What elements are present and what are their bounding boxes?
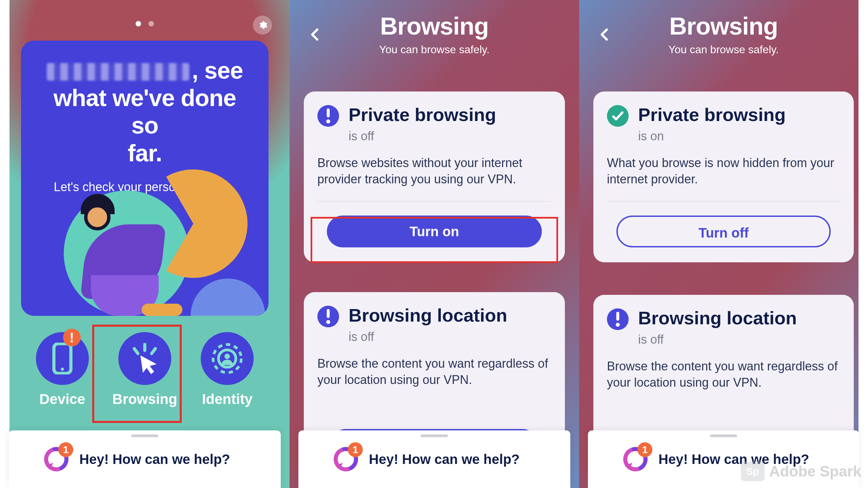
- turn-off-button[interactable]: Turn off: [616, 216, 831, 247]
- svg-point-9: [326, 119, 330, 123]
- page-dot: [136, 21, 141, 26]
- chat-icon: 1: [44, 447, 68, 471]
- settings-button[interactable]: [253, 16, 272, 35]
- page-dot: [149, 21, 154, 26]
- svg-point-13: [616, 323, 620, 327]
- nav-label: Identity: [186, 391, 269, 407]
- page-subtitle: You can browse safely.: [579, 43, 868, 56]
- svg-rect-10: [327, 309, 330, 318]
- card-status: is off: [638, 332, 797, 347]
- card-title: Browsing location: [638, 308, 797, 328]
- annotation-highlight: [311, 217, 558, 263]
- notification-badge: 1: [637, 442, 652, 457]
- hero-text: far.: [127, 140, 162, 166]
- nav-device[interactable]: ! Device: [21, 332, 103, 407]
- svg-point-7: [224, 354, 230, 359]
- svg-point-11: [326, 320, 330, 324]
- watermark-text: Adobe Spark: [769, 463, 861, 480]
- card-status: is off: [349, 129, 496, 143]
- gear-icon: [257, 20, 268, 30]
- hero-heading: , see what we've done so far.: [37, 57, 252, 167]
- drag-handle-icon[interactable]: [421, 434, 448, 437]
- chat-icon: 1: [623, 447, 648, 471]
- card-title: Browsing location: [349, 306, 507, 325]
- page-title: Browsing: [579, 12, 868, 40]
- help-chat-bar[interactable]: 1 Hey! How can we help?: [298, 430, 570, 488]
- card-title: Private browsing: [638, 105, 786, 124]
- hero-text: , see: [192, 57, 243, 84]
- chat-prompt: Hey! How can we help?: [369, 452, 520, 467]
- nav-label: Device: [21, 391, 103, 407]
- browsing-location-card: Browsing location is off Browse the cont…: [593, 295, 854, 444]
- hero-illustration: [40, 201, 257, 316]
- page-subtitle: You can browse safely.: [290, 43, 579, 56]
- alert-icon: [317, 306, 339, 327]
- chat-icon: 1: [334, 447, 358, 471]
- page-header: Browsing You can browse safely.: [579, 12, 868, 56]
- svg-rect-12: [616, 312, 619, 321]
- page-header: Browsing You can browse safely.: [290, 12, 579, 56]
- help-chat-bar[interactable]: 1 Hey! How can we help?: [9, 430, 281, 488]
- obscured-name: [47, 63, 189, 81]
- device-icon: [51, 343, 74, 374]
- card-status: is off: [349, 330, 507, 344]
- drag-handle-icon[interactable]: [710, 434, 737, 437]
- check-icon: [607, 105, 629, 127]
- drag-handle-icon[interactable]: [131, 434, 158, 437]
- card-status: is on: [638, 129, 786, 143]
- browsing-screen-off: Browsing You can browse safely. Private …: [290, 0, 579, 488]
- hero-text: what we've done so: [54, 85, 236, 139]
- private-browsing-card: Private browsing is on What you browse i…: [593, 92, 854, 262]
- notification-badge: 1: [58, 442, 73, 457]
- page-indicator[interactable]: [136, 21, 154, 26]
- chat-prompt: Hey! How can we help?: [79, 452, 230, 467]
- spark-logo-icon: Sp: [741, 462, 765, 481]
- alert-icon: [317, 105, 339, 127]
- notification-badge: 1: [348, 442, 363, 457]
- identity-radar-icon: [211, 342, 243, 375]
- home-screen: , see what we've done so far. Let's chec…: [0, 0, 290, 488]
- card-description: Browse websites without your internet pr…: [317, 155, 551, 188]
- browsing-location-card: Browsing location is off Browse the cont…: [304, 292, 565, 441]
- page-title: Browsing: [290, 12, 579, 40]
- alert-icon: [607, 308, 629, 330]
- nav-identity[interactable]: Identity: [186, 332, 269, 407]
- panel-divider: [0, 0, 9, 488]
- card-description: Browse the content you want regardless o…: [607, 358, 840, 391]
- watermark: Sp Adobe Spark: [741, 462, 861, 481]
- alert-badge: !: [63, 329, 81, 346]
- panel-divider: [859, 0, 868, 488]
- svg-point-1: [61, 368, 64, 371]
- browsing-screen-on: Browsing You can browse safely. Private …: [579, 0, 868, 488]
- annotation-highlight: [92, 325, 182, 423]
- card-description: What you browse is now hidden from your …: [607, 155, 840, 188]
- card-title: Private browsing: [349, 105, 496, 124]
- stats-hero-card[interactable]: , see what we've done so far. Let's chec…: [21, 41, 269, 316]
- svg-rect-8: [327, 108, 330, 117]
- card-description: Browse the content you want regardless o…: [317, 355, 551, 388]
